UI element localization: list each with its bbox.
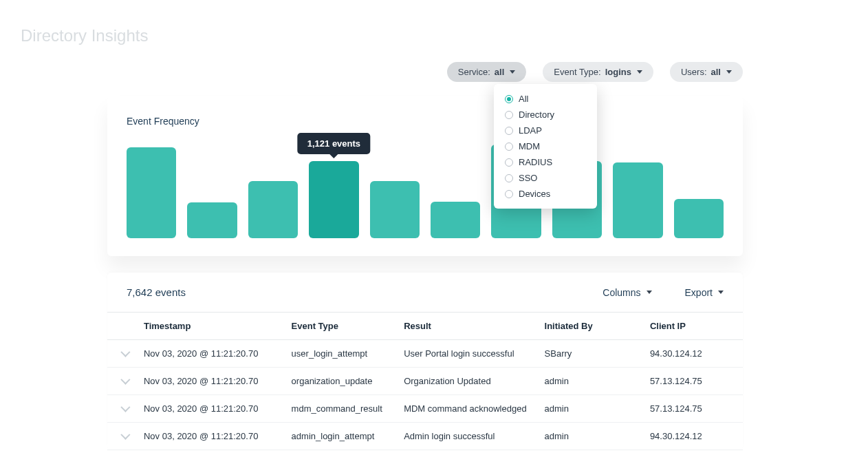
chevron-down-icon[interactable] — [120, 348, 130, 357]
export-button[interactable]: Export — [685, 287, 724, 298]
cell-client-ip: 57.13.124.75 — [644, 395, 743, 423]
col-result-header[interactable]: Result — [398, 313, 539, 340]
cell-timestamp: Nov 03, 2020 @ 11:21:20.70 — [138, 395, 286, 423]
caret-down-icon — [637, 70, 642, 74]
chart-card: Event Frequency 1,121 events — [107, 96, 743, 256]
caret-down-icon — [726, 70, 732, 74]
dropdown-item-label: RADIUS — [519, 157, 552, 167]
dropdown-item[interactable]: Devices — [494, 186, 597, 202]
dropdown-item-label: Devices — [519, 189, 550, 199]
chart-bar[interactable] — [248, 181, 298, 238]
cell-event-type: mdm_command_result — [286, 395, 399, 423]
chart-bar[interactable] — [127, 147, 176, 238]
cell-result: Organization Updated — [398, 368, 539, 395]
filter-users[interactable]: Users: all — [670, 62, 743, 82]
cell-result: MDM command acknowledged — [398, 395, 539, 423]
table-row[interactable]: Nov 03, 2020 @ 11:21:20.70user_login_att… — [107, 340, 743, 368]
filter-service-value: all — [495, 67, 504, 77]
expand-cell[interactable] — [107, 423, 138, 450]
chevron-down-icon[interactable] — [120, 430, 130, 440]
table-card: 7,642 events Columns Export Timestamp Ev… — [107, 273, 743, 450]
filter-users-value: all — [711, 67, 721, 77]
chart-bar[interactable] — [431, 202, 480, 238]
cell-event-type: user_login_attempt — [286, 340, 399, 368]
filter-service[interactable]: Service: all — [447, 62, 526, 82]
chart-title: Event Frequency — [127, 116, 724, 127]
event-count: 7,642 events — [127, 286, 186, 298]
expand-cell[interactable] — [107, 395, 138, 423]
dropdown-item-label: SSO — [519, 173, 537, 183]
cell-result: Admin login successful — [398, 423, 539, 450]
columns-label: Columns — [603, 287, 640, 298]
table-row[interactable]: Nov 03, 2020 @ 11:21:20.70mdm_command_re… — [107, 395, 743, 423]
chart-bar[interactable] — [370, 181, 420, 238]
dropdown-item[interactable]: SSO — [494, 170, 597, 186]
radio-icon — [505, 111, 513, 119]
cell-timestamp: Nov 03, 2020 @ 11:21:20.70 — [138, 340, 286, 368]
chart-bar[interactable] — [187, 202, 237, 238]
col-event-type-header[interactable]: Event Type — [286, 313, 399, 340]
col-initiated-by-header[interactable]: Initiated By — [539, 313, 644, 340]
chevron-down-icon[interactable] — [120, 375, 130, 385]
cell-event-type: admin_login_attempt — [286, 423, 399, 450]
dropdown-item-label: All — [519, 94, 528, 104]
page-title: Directory Insights — [21, 26, 148, 45]
caret-down-icon — [510, 70, 515, 74]
radio-icon — [505, 190, 513, 198]
filter-service-label: Service: — [458, 67, 490, 77]
radio-icon — [505, 95, 513, 103]
cell-result: User Portal login successful — [398, 340, 539, 368]
chart-bar[interactable] — [613, 162, 662, 238]
cell-client-ip: 57.13.124.75 — [644, 368, 743, 395]
dropdown-item[interactable]: All — [494, 91, 597, 107]
expand-cell[interactable] — [107, 340, 138, 368]
service-dropdown[interactable]: AllDirectoryLDAPMDMRADIUSSSODevices — [494, 84, 597, 209]
filter-users-label: Users: — [681, 67, 707, 77]
dropdown-item-label: Directory — [519, 109, 554, 120]
filters-row: Service: all Event Type: logins Users: a… — [447, 62, 743, 82]
dropdown-item-label: MDM — [519, 141, 540, 151]
radio-icon — [505, 158, 513, 167]
radio-icon — [505, 127, 513, 135]
chart-tooltip: 1,121 events — [298, 133, 370, 154]
chart-bar[interactable] — [309, 161, 358, 238]
cell-initiated-by: admin — [539, 368, 644, 395]
col-timestamp-header[interactable]: Timestamp — [138, 313, 286, 340]
radio-icon — [505, 143, 513, 151]
chevron-down-icon[interactable] — [120, 403, 130, 412]
cell-client-ip: 94.30.124.12 — [644, 340, 743, 368]
dropdown-item-label: LDAP — [519, 125, 542, 136]
cell-client-ip: 94.30.124.12 — [644, 423, 743, 450]
caret-down-icon — [647, 291, 652, 294]
export-label: Export — [685, 287, 713, 298]
dropdown-item[interactable]: LDAP — [494, 123, 597, 138]
col-expand-header — [107, 313, 138, 340]
expand-cell[interactable] — [107, 368, 138, 395]
col-client-ip-header[interactable]: Client IP — [644, 313, 743, 340]
chart-area: 1,121 events — [127, 135, 724, 238]
filter-event-type[interactable]: Event Type: logins — [543, 62, 653, 82]
caret-down-icon — [718, 291, 724, 294]
cell-initiated-by: admin — [539, 395, 644, 423]
table-row[interactable]: Nov 03, 2020 @ 11:21:20.70organization_u… — [107, 368, 743, 395]
table-toolbar: 7,642 events Columns Export — [107, 273, 743, 312]
table-row[interactable]: Nov 03, 2020 @ 11:21:20.70admin_login_at… — [107, 423, 743, 450]
cell-timestamp: Nov 03, 2020 @ 11:21:20.70 — [138, 423, 286, 450]
cell-initiated-by: SBarry — [539, 340, 644, 368]
cell-initiated-by: admin — [539, 423, 644, 450]
cell-event-type: organization_update — [286, 368, 399, 395]
filter-event-type-label: Event Type: — [554, 67, 600, 77]
filter-event-type-value: logins — [605, 67, 631, 77]
columns-button[interactable]: Columns — [603, 287, 651, 298]
chart-bar[interactable] — [674, 199, 724, 238]
radio-icon — [505, 174, 513, 182]
dropdown-item[interactable]: MDM — [494, 138, 597, 154]
events-table: Timestamp Event Type Result Initiated By… — [107, 312, 743, 450]
dropdown-item[interactable]: Directory — [494, 107, 597, 123]
dropdown-item[interactable]: RADIUS — [494, 154, 597, 170]
cell-timestamp: Nov 03, 2020 @ 11:21:20.70 — [138, 368, 286, 395]
